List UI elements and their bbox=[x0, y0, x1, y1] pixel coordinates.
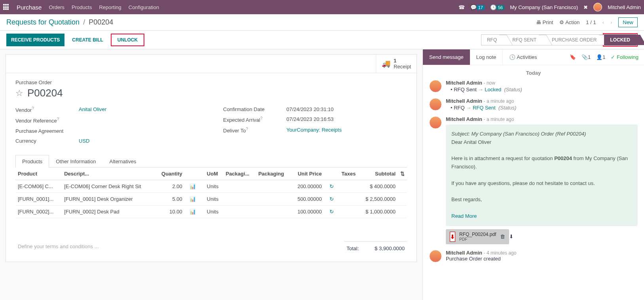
refresh-icon[interactable]: ↻ bbox=[330, 183, 334, 189]
deliver-label: Deliver To bbox=[223, 128, 246, 134]
app-name[interactable]: Purchase bbox=[17, 4, 42, 11]
bookmark-icon[interactable]: 🔖 bbox=[570, 54, 576, 60]
total-value: $ 3,900.0000 bbox=[375, 245, 405, 251]
tab-alternatives[interactable]: Alternatives bbox=[102, 155, 143, 168]
read-more-link[interactable]: Read More bbox=[451, 212, 632, 221]
tab-other-info[interactable]: Other Information bbox=[49, 155, 102, 168]
confirm-date-label: Confirmation Date bbox=[223, 106, 286, 112]
confirm-date-value: 07/24/2023 20:31:10 bbox=[286, 106, 333, 112]
log-note-button[interactable]: Log note bbox=[470, 49, 503, 65]
menu-reporting[interactable]: Reporting bbox=[99, 4, 121, 10]
attachment[interactable]: ⬇ RFQ_P00204.pdf PDF 🗑 ⬇ bbox=[446, 229, 509, 244]
stat-receipt[interactable]: 🚚 1 Receipt bbox=[376, 55, 417, 73]
po-label: Purchase Order bbox=[15, 79, 407, 85]
followers-button[interactable]: 👤1 bbox=[596, 54, 605, 60]
control-panel: Requests for Quotation / P00204 🖶 Print … bbox=[0, 14, 644, 31]
po-number: P00204 bbox=[27, 87, 63, 99]
avatar bbox=[429, 116, 442, 129]
arrival-label: Expected Arrival bbox=[223, 117, 260, 123]
today-separator: Today bbox=[429, 70, 638, 76]
truck-icon: 🚚 bbox=[382, 59, 390, 68]
message-email: Mitchell Admin - a minute ago Subject: M… bbox=[429, 116, 638, 244]
receive-products-button[interactable]: RECEIVE PRODUCTS bbox=[6, 34, 64, 46]
avatar bbox=[429, 98, 442, 111]
company-switcher[interactable]: My Company (San Francisco) bbox=[510, 4, 578, 10]
new-button[interactable]: New bbox=[618, 17, 638, 27]
following-button[interactable]: ✓ Following bbox=[611, 54, 638, 60]
user-avatar[interactable] bbox=[593, 3, 602, 11]
chatter: Send message Log note 🕓 Activities 🔖 📎1 … bbox=[422, 49, 644, 300]
table-row[interactable]: [FURN_0001]...[FURN_0001] Desk Organizer… bbox=[15, 192, 407, 205]
currency-label: Currency bbox=[15, 138, 79, 144]
phone-icon[interactable]: ☎ bbox=[458, 4, 465, 10]
create-bill-button[interactable]: CREATE BILL bbox=[67, 34, 108, 46]
apps-icon[interactable] bbox=[3, 4, 9, 10]
send-message-button[interactable]: Send message bbox=[423, 49, 470, 65]
table-row[interactable]: [E-COM06] C...[E-COM06] Corner Desk Righ… bbox=[15, 180, 407, 192]
vendor-ref-label: Vendor Reference bbox=[15, 118, 57, 124]
status-bar: RFQ RFQ SENT PURCHASE ORDER LOCKED bbox=[481, 33, 638, 47]
button-bar: RECEIVE PRODUCTS CREATE BILL UNLOCK RFQ … bbox=[0, 31, 644, 49]
breadcrumb-root[interactable]: Requests for Quotation bbox=[6, 18, 80, 26]
action-button[interactable]: ⚙ Action bbox=[559, 19, 580, 25]
forecast-icon[interactable]: 📊 bbox=[189, 196, 196, 202]
message-tracking-1: Mitchell Admin - now • RFQ Sent → Locked… bbox=[429, 80, 638, 92]
user-name[interactable]: Mitchell Admin bbox=[608, 4, 641, 10]
table-row[interactable]: [FURN_0002]...[FURN_0002] Desk Pad10.00📊… bbox=[15, 205, 407, 218]
trash-icon[interactable]: 🗑 bbox=[500, 234, 505, 240]
forecast-icon[interactable]: 📊 bbox=[189, 183, 196, 189]
status-purchase-order[interactable]: PURCHASE ORDER bbox=[543, 34, 603, 45]
activities-button[interactable]: 🕓 Activities bbox=[502, 49, 543, 65]
menu-configuration[interactable]: Configuration bbox=[129, 4, 159, 10]
print-button[interactable]: 🖶 Print bbox=[536, 19, 553, 25]
download-icon[interactable]: ⬇ bbox=[509, 234, 513, 240]
menu-orders[interactable]: Orders bbox=[49, 4, 64, 10]
breadcrumb-current: P00204 bbox=[89, 18, 113, 26]
top-menu-bar: Purchase Orders Products Reporting Confi… bbox=[0, 0, 644, 14]
status-locked[interactable]: LOCKED bbox=[604, 34, 636, 45]
messaging-icon[interactable]: 💬17 bbox=[470, 4, 485, 10]
refresh-icon[interactable]: ↻ bbox=[330, 209, 334, 215]
arrival-value: 07/24/2023 20:16:53 bbox=[286, 116, 333, 123]
message-tracking-2: Mitchell Admin - a minute ago • RFQ → RF… bbox=[429, 98, 638, 111]
avatar bbox=[429, 80, 442, 92]
message-note: Mitchell Admin - 4 minutes ago Purchase … bbox=[429, 250, 638, 262]
vendor-link[interactable]: Anital Oliver bbox=[79, 106, 106, 113]
pdf-icon: ⬇ bbox=[450, 232, 455, 242]
form-sheet: 🚚 1 Receipt Purchase Order ☆ P00204 Vend… bbox=[6, 54, 417, 262]
refresh-icon[interactable]: ↻ bbox=[330, 196, 334, 202]
pager-prev-icon[interactable]: ‹ bbox=[602, 19, 604, 25]
total-label: Total: bbox=[347, 245, 359, 251]
tools-icon[interactable]: ✖ bbox=[583, 4, 588, 10]
agreement-label: Purchase Agreement bbox=[15, 128, 79, 134]
forecast-icon[interactable]: 📊 bbox=[189, 209, 196, 215]
activity-icon[interactable]: 🕓56 bbox=[490, 4, 504, 10]
menu-products[interactable]: Products bbox=[72, 4, 92, 10]
star-icon[interactable]: ☆ bbox=[15, 88, 23, 98]
pager[interactable]: 1 / 1 bbox=[586, 19, 596, 25]
deliver-link[interactable]: YourCompany: Receipts bbox=[286, 127, 342, 134]
tab-products[interactable]: Products bbox=[15, 155, 49, 168]
attachments-button[interactable]: 📎1 bbox=[581, 54, 591, 60]
avatar bbox=[429, 250, 442, 262]
vendor-label: Vendor bbox=[15, 107, 32, 113]
currency-value[interactable]: USD bbox=[79, 138, 89, 144]
status-rfq[interactable]: RFQ bbox=[481, 34, 503, 45]
columns-config-icon[interactable]: ⇅ bbox=[398, 168, 407, 180]
pager-next-icon[interactable]: › bbox=[610, 19, 612, 25]
order-lines-table: Product Descript... Quantity UoM Packagi… bbox=[15, 168, 407, 218]
terms-placeholder[interactable]: Define your terms and conditions ... bbox=[15, 238, 101, 255]
unlock-button[interactable]: UNLOCK bbox=[116, 36, 140, 44]
